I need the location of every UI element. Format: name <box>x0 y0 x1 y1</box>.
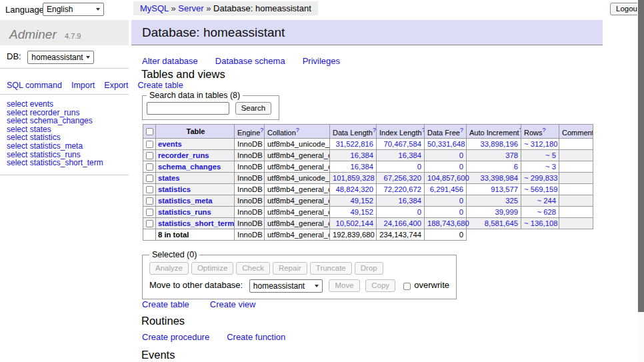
help-link[interactable]: ? <box>543 127 546 133</box>
breadcrumb-link[interactable]: Server <box>178 3 203 13</box>
data-free-link[interactable]: 188,743,680 <box>427 219 469 227</box>
auto-increment-link[interactable]: 33,398,984 <box>480 174 518 182</box>
row-checkbox[interactable] <box>146 197 153 205</box>
language-select[interactable]: English <box>43 3 104 16</box>
create-view-link[interactable]: Create view <box>210 299 256 309</box>
data-length-link[interactable]: 101,859,328 <box>333 174 375 182</box>
table-name-cell: events <box>156 138 235 149</box>
index-length-link[interactable]: 24,166,400 <box>383 219 421 227</box>
index-length-link[interactable]: 72,220,672 <box>383 185 421 193</box>
move-database-select[interactable]: homeassistant <box>249 279 323 293</box>
page-title: Database: homeassistant <box>131 20 603 45</box>
index-length-link[interactable]: 0 <box>417 208 421 216</box>
row-checkbox[interactable] <box>146 220 153 227</box>
table-link[interactable]: statistics_runs <box>158 208 211 216</box>
table-name-link[interactable]: statistics_short_term <box>30 158 103 167</box>
drop-button[interactable]: Drop <box>355 262 383 275</box>
rows-link[interactable]: ~ 312,180 <box>524 140 558 148</box>
data-length-link[interactable]: 10,502,144 <box>335 219 373 227</box>
create-function-link[interactable]: Create function <box>227 332 285 342</box>
collation-cell: utf8mb4_general_ci <box>265 149 330 161</box>
sidebar-link[interactable]: Import <box>71 81 95 90</box>
data-free-link[interactable]: 6,291,456 <box>430 185 463 193</box>
data-length-link[interactable]: 48,824,320 <box>335 185 373 193</box>
auto-increment-link[interactable]: 913,577 <box>491 185 518 193</box>
overwrite-checkbox[interactable] <box>403 283 411 290</box>
row-checkbox[interactable] <box>146 152 153 159</box>
table-link[interactable]: statistics <box>158 185 191 193</box>
select-all-checkbox[interactable] <box>146 128 153 135</box>
help-link[interactable]: ? <box>296 127 299 133</box>
auto-increment-link[interactable]: 325 <box>505 197 518 205</box>
row-checkbox[interactable] <box>146 186 153 193</box>
help-link[interactable]: ? <box>373 127 376 133</box>
move-button[interactable]: Move <box>329 279 359 292</box>
rows-link[interactable]: ~ 136,108 <box>524 219 558 227</box>
data-length-link[interactable]: 49,152 <box>350 208 373 216</box>
auto-increment-link[interactable]: 39,999 <box>495 208 518 216</box>
auto-increment-link[interactable]: 33,898,196 <box>480 140 518 148</box>
data-free-link[interactable]: 0 <box>459 151 463 159</box>
check-button[interactable]: Check <box>236 262 270 275</box>
table-link[interactable]: schema_changes <box>158 163 221 171</box>
index-length-link[interactable]: 70,467,584 <box>383 140 421 148</box>
rows-link[interactable]: ~ 569,159 <box>524 185 558 193</box>
table-link[interactable]: recorder_runs <box>158 151 209 159</box>
db-action-link[interactable]: Database schema <box>215 56 285 66</box>
search-button[interactable]: Search <box>235 102 271 115</box>
create-procedure-link[interactable]: Create procedure <box>142 332 209 342</box>
select-link[interactable]: select <box>7 158 27 167</box>
repair-button[interactable]: Repair <box>273 262 307 275</box>
table-header: TableEngine?Collation?Data Length?Index … <box>143 125 593 139</box>
table-link[interactable]: statistics_short_term <box>158 219 234 227</box>
data-free-link[interactable]: 0 <box>459 208 463 216</box>
data-length-link[interactable]: 16,384 <box>350 151 373 159</box>
auto-increment-link[interactable]: 8,581,645 <box>485 219 518 227</box>
rows-link[interactable]: ~ 299,833 <box>524 174 558 182</box>
table-link[interactable]: events <box>158 140 182 148</box>
index-length-link[interactable]: 0 <box>417 163 421 171</box>
row-checkbox[interactable] <box>146 209 153 216</box>
collation-cell: utf8mb4_unicode_ci <box>265 138 330 149</box>
auto-increment-link[interactable]: 6 <box>514 163 518 171</box>
rows-link[interactable]: ~ 5 <box>545 151 556 159</box>
index-length-link[interactable]: 67,256,320 <box>383 174 421 182</box>
sidebar-link[interactable]: Export <box>104 81 128 90</box>
data-length-link[interactable]: 31,522,816 <box>335 140 373 148</box>
auto-increment-link[interactable]: 378 <box>505 151 518 159</box>
help-link[interactable]: ? <box>422 127 425 133</box>
data-free-link[interactable]: 0 <box>459 197 463 205</box>
db-select[interactable]: homeassistant <box>27 51 94 64</box>
index-length-link[interactable]: 16,384 <box>398 151 421 159</box>
data-free-link[interactable]: 50,331,648 <box>427 140 465 148</box>
analyze-button[interactable]: Analyze <box>149 262 189 275</box>
index-length-link[interactable]: 16,384 <box>398 197 421 205</box>
rows-link[interactable]: ~ 244 <box>537 197 556 205</box>
scrollbar-thumb[interactable] <box>638 0 644 312</box>
data-free-link[interactable]: 0 <box>459 163 463 171</box>
table-link[interactable]: states <box>158 174 180 182</box>
optimize-button[interactable]: Optimize <box>191 262 233 275</box>
help-link[interactable]: ? <box>260 127 263 133</box>
data-length-link[interactable]: 49,152 <box>350 197 373 205</box>
table-link[interactable]: statistics_meta <box>158 197 213 205</box>
create-table-link[interactable]: Create table <box>142 299 189 309</box>
data-length-link[interactable]: 16,384 <box>350 163 373 171</box>
data-free-link[interactable]: 104,857,600 <box>427 174 469 182</box>
search-input[interactable] <box>147 102 229 115</box>
table-row: eventsInnoDButf8mb4_unicode_ci31,522,816… <box>143 138 593 149</box>
sidebar-link[interactable]: Create table <box>137 81 183 90</box>
db-action-link[interactable]: Privileges <box>303 56 340 66</box>
copy-button[interactable]: Copy <box>365 279 395 292</box>
sidebar-link[interactable]: SQL command <box>7 81 62 90</box>
vertical-scrollbar[interactable] <box>637 0 644 362</box>
row-checkbox[interactable] <box>146 141 153 148</box>
rows-link[interactable]: ~ 3 <box>545 163 556 171</box>
row-checkbox[interactable] <box>146 175 153 182</box>
breadcrumb-link[interactable]: MySQL <box>140 3 169 13</box>
rows-link[interactable]: ~ 628 <box>537 208 556 216</box>
truncate-button[interactable]: Truncate <box>310 262 352 275</box>
row-checkbox[interactable] <box>146 163 153 171</box>
db-action-link[interactable]: Alter database <box>142 56 198 66</box>
help-link[interactable]: ? <box>460 127 463 133</box>
